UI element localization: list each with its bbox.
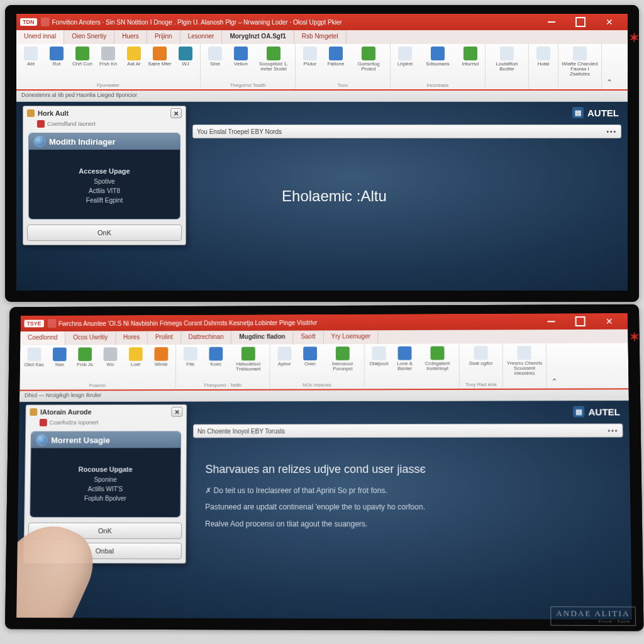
monitor-brand-icon: ✶ [629,330,643,343]
bottom-screenshot: TSYE Fwrchns Anuntee 'OI.S Ni Navbishin … [5,304,644,631]
top-screenshot: TDN Fonvition Anoters · Sin SN Notition … [5,5,639,302]
monitor-bezel [5,304,644,631]
watermark: ANDAE ALITIA Foton · Fatin [550,606,636,626]
monitor-bezel [5,5,639,302]
monitor-brand-icon: ✶ [629,30,639,44]
